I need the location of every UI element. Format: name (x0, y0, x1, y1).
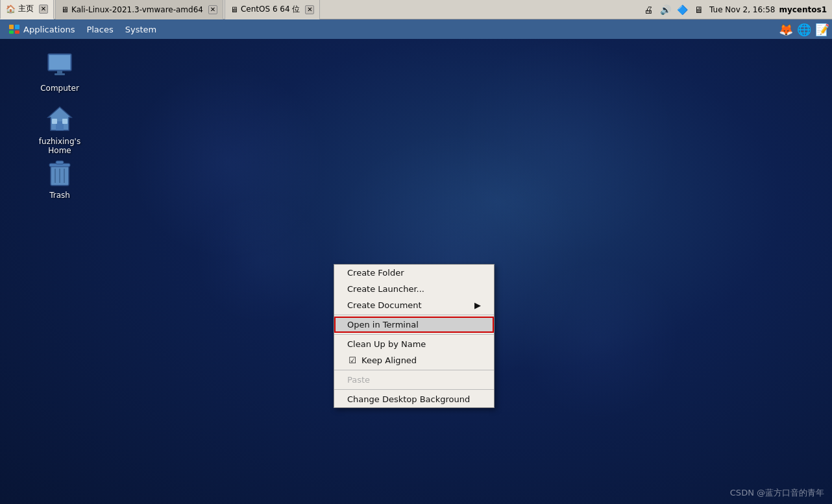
trash-icon-label: Trash (49, 191, 70, 200)
trash-desktop-icon[interactable]: Trash (34, 154, 86, 202)
context-create-launcher[interactable]: Create Launcher... (334, 281, 494, 297)
computer-icon-label: Computer (40, 84, 79, 93)
svg-rect-0 (9, 25, 14, 29)
watermark-text: CSDN @蓝方口音的青年 (730, 488, 824, 498)
places-label: Places (86, 25, 113, 34)
centos-tab-icon: 🖥 (230, 5, 238, 14)
places-menu[interactable]: Places (81, 23, 118, 36)
home-icon-label: fuzhixing's Home (36, 137, 83, 155)
svg-rect-6 (49, 55, 70, 69)
keep-aligned-checkbox[interactable]: ☑ (347, 355, 358, 365)
watermark: CSDN @蓝方口音的青年 (730, 487, 824, 499)
svg-rect-3 (15, 30, 19, 34)
context-separator-2 (334, 334, 494, 335)
trash-icon-image (44, 157, 75, 188)
text-editor-icon[interactable]: 📝 (815, 23, 829, 36)
home-tab-label: 主页 (18, 3, 34, 14)
keep-aligned-label: Keep Aligned (361, 355, 417, 365)
applications-label: Applications (23, 25, 75, 34)
centos-tab-label: CentOS 6 64 位 (241, 4, 300, 15)
context-create-document[interactable]: Create Document ▶ (334, 297, 494, 313)
svg-rect-2 (9, 30, 14, 34)
change-bg-label: Change Desktop Background (347, 394, 470, 404)
applications-menu[interactable]: Applications (3, 21, 80, 38)
create-document-arrow: ▶ (474, 300, 481, 310)
computer-desktop-icon[interactable]: Computer (34, 47, 86, 95)
create-document-label: Create Document (347, 300, 422, 310)
system-label: System (125, 25, 156, 34)
create-launcher-label: Create Launcher... (347, 284, 424, 294)
svg-rect-1 (15, 25, 19, 29)
svg-rect-12 (62, 119, 67, 124)
context-separator-1 (334, 315, 494, 315)
username-display: mycentos1 (779, 5, 827, 14)
open-terminal-label: Open in Terminal (347, 320, 419, 330)
home-icon-image (44, 103, 75, 134)
svg-rect-15 (56, 161, 64, 164)
applications-icon (8, 22, 21, 37)
context-separator-3 (334, 370, 494, 370)
computer-icon-image (44, 50, 75, 81)
context-keep-aligned[interactable]: ☑ Keep Aligned (334, 352, 494, 368)
home-tab-icon: 🏠 (6, 5, 16, 14)
firefox-icon[interactable]: 🦊 (779, 23, 793, 36)
tabs-area: 🏠 主页 ✕ 🖥 Kali-Linux-2021.3-vmware-amd64 … (0, 0, 642, 19)
cleanup-name-label: Clean Up by Name (347, 339, 426, 349)
system-tray: 🖨 🔊 🔷 🖥 Tue Nov 2, 16:58 mycentos1 (642, 3, 832, 16)
context-separator-4 (334, 389, 494, 390)
tab-home[interactable]: 🏠 主页 ✕ (0, 0, 54, 19)
system-menu[interactable]: System (120, 23, 162, 36)
kali-tab-label: Kali-Linux-2021.3-vmware-amd64 (71, 5, 203, 14)
context-create-folder[interactable]: Create Folder (334, 265, 494, 281)
datetime-display: Tue Nov 2, 16:58 (709, 5, 775, 14)
tab-kali[interactable]: 🖥 Kali-Linux-2021.3-vmware-amd64 ✕ (55, 0, 223, 19)
paste-label: Paste (347, 375, 370, 385)
kali-tab-close[interactable]: ✕ (208, 5, 217, 14)
context-paste: Paste (334, 372, 494, 388)
volume-icon[interactable]: 🔊 (659, 3, 672, 16)
display-icon[interactable]: 🖥 (692, 3, 705, 16)
svg-rect-11 (52, 119, 57, 124)
home-tab-close[interactable]: ✕ (39, 5, 48, 14)
context-change-bg[interactable]: Change Desktop Background (334, 391, 494, 407)
centos-tab-close[interactable]: ✕ (305, 5, 314, 14)
home-desktop-icon[interactable]: fuzhixing's Home (34, 101, 86, 158)
topbar: 🏠 主页 ✕ 🖥 Kali-Linux-2021.3-vmware-amd64 … (0, 0, 832, 19)
network-icon[interactable]: 🖨 (642, 3, 655, 16)
tab-centos[interactable]: 🖥 CentOS 6 64 位 ✕ (225, 0, 320, 19)
bluetooth-icon[interactable]: 🔷 (676, 3, 689, 16)
svg-rect-8 (55, 73, 65, 75)
create-folder-label: Create Folder (347, 268, 404, 278)
context-open-terminal[interactable]: Open in Terminal (334, 317, 494, 333)
context-menu: Create Folder Create Launcher... Create … (334, 264, 495, 408)
context-cleanup-name[interactable]: Clean Up by Name (334, 336, 494, 352)
bookmarks-icon[interactable]: 🌐 (797, 23, 811, 36)
kali-tab-icon: 🖥 (61, 5, 69, 14)
menubar: Applications Places System 🦊 🌐 📝 (0, 19, 832, 39)
